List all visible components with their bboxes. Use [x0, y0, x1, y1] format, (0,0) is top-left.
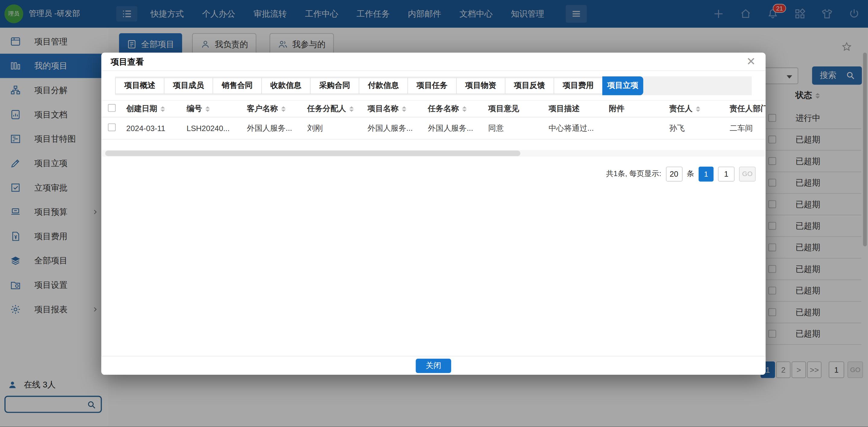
goto-page-input[interactable] — [718, 166, 735, 181]
col-project-description: 项目描述 — [546, 104, 606, 114]
tab-payment-info[interactable]: 付款信息 — [359, 78, 407, 94]
dialog-table-row[interactable]: 2024-03-11 LSH20240... 外国人服务... 刘刚 外国人服务… — [101, 118, 765, 140]
tab-feedback[interactable]: 项目反馈 — [505, 78, 554, 94]
col-customer-name[interactable]: 客户名称 — [244, 104, 304, 114]
page-size-unit: 条 — [687, 169, 694, 179]
dialog-header: 项目查看 ✕ — [101, 53, 765, 71]
sort-arrows-icon — [696, 106, 701, 112]
horizontal-scrollbar[interactable] — [101, 150, 765, 157]
sort-arrows-icon — [402, 106, 406, 112]
col-create-date[interactable]: 创建日期 — [124, 104, 184, 114]
cell-responsible-department: 二车间 — [727, 123, 766, 133]
close-icon[interactable]: ✕ — [746, 55, 756, 67]
cell-task-assigner: 刘刚 — [304, 123, 365, 133]
col-attachment: 附件 — [606, 104, 666, 114]
scrollbar-thumb[interactable] — [105, 151, 520, 156]
sort-arrows-icon — [462, 106, 467, 112]
cell-create-date: 2024-03-11 — [124, 124, 184, 132]
tab-sales-contract[interactable]: 销售合同 — [213, 78, 261, 94]
sort-arrows-icon — [349, 106, 354, 112]
col-project-opinion: 项目意见 — [485, 104, 546, 114]
dialog-pagination: 共1条, 每页显示: 条 1 GO — [606, 166, 756, 182]
col-responsible-department[interactable]: 责任人部门 — [727, 104, 766, 114]
current-page-button[interactable]: 1 — [699, 166, 713, 181]
tab-expense[interactable]: 项目费用 — [554, 78, 602, 94]
application-window: 理员 管理员 -研发部 快捷方式 个人办公 审批流转 工作中心 工作任务 内部邮… — [0, 0, 868, 427]
tab-initiation[interactable]: 项目立项 — [602, 77, 643, 95]
sort-arrows-icon — [281, 106, 286, 112]
project-view-dialog: 项目查看 ✕ 项目概述 项目成员 销售合同 收款信息 采购合同 付款信息 项目任… — [101, 53, 765, 375]
tab-members[interactable]: 项目成员 — [164, 78, 213, 94]
cell-customer-name: 外国人服务... — [244, 123, 304, 133]
tab-receipt-info[interactable]: 收款信息 — [261, 78, 310, 94]
tab-overview[interactable]: 项目概述 — [115, 78, 164, 94]
col-project-name[interactable]: 项目名称 — [365, 104, 425, 114]
cell-number: LSH20240... — [184, 124, 244, 132]
select-all-checkbox[interactable] — [108, 104, 116, 112]
sort-arrows-icon — [161, 106, 165, 112]
tab-tasks[interactable]: 项目任务 — [407, 78, 456, 94]
cell-project-name: 外国人服务... — [365, 123, 425, 133]
col-responsible-person[interactable]: 责任人 — [666, 104, 727, 114]
dialog-table-header: 创建日期 编号 客户名称 任务分配人 项目名称 任务名称 项目意见 项目描述 附… — [101, 100, 765, 118]
sort-arrows-icon — [205, 106, 210, 112]
dialog-footer: 关闭 — [101, 356, 765, 375]
col-task-name[interactable]: 任务名称 — [425, 104, 486, 114]
cell-responsible-person: 孙飞 — [666, 123, 727, 133]
col-number[interactable]: 编号 — [184, 104, 244, 114]
cell-task-name: 外国人服务... — [425, 123, 486, 133]
col-task-assigner[interactable]: 任务分配人 — [304, 104, 365, 114]
page-size-input[interactable] — [665, 166, 682, 181]
cell-project-description: 中心将通过... — [546, 123, 606, 133]
close-button[interactable]: 关闭 — [416, 359, 451, 373]
pagination-summary: 共1条, 每页显示: — [606, 169, 661, 179]
tab-materials[interactable]: 项目物资 — [456, 78, 505, 94]
dialog-title: 项目查看 — [111, 53, 144, 71]
row-checkbox[interactable] — [108, 123, 116, 131]
go-button[interactable]: GO — [739, 166, 756, 181]
cell-project-opinion: 同意 — [485, 123, 546, 133]
tab-purchase-contract[interactable]: 采购合同 — [310, 78, 359, 94]
dialog-tabs: 项目概述 项目成员 销售合同 收款信息 采购合同 付款信息 项目任务 项目物资 … — [115, 77, 752, 95]
